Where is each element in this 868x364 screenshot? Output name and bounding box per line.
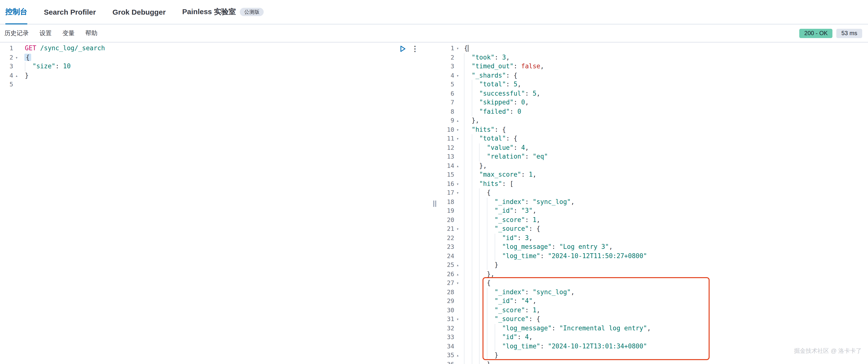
indent-guide [479,360,487,364]
indent-guide [487,324,494,333]
code-text: "_score": 1, [461,216,540,224]
indent-guide [464,342,471,351]
fold-spacer [454,324,461,333]
fold-spacer [454,107,461,116]
gutter: 7 [439,98,461,107]
fold-open-icon[interactable]: ▾ [454,279,461,288]
code-text: "id": 4, [461,333,533,342]
fold-close-icon[interactable]: ▴ [13,71,20,80]
tab-painless-lab[interactable]: Painless 实验室公测版 [182,0,264,24]
line-number: 31 [439,315,454,324]
indent-guide [479,206,487,216]
fold-open-icon[interactable]: ▾ [454,179,461,188]
fold-close-icon[interactable]: ▴ [454,351,461,360]
code-line: 2▾{ [0,53,431,62]
code-text: }, [461,360,494,364]
code-line: 11▾"total": { [439,134,868,143]
splitter-handle-icon [434,200,436,207]
line-number: 21 [439,224,454,233]
tab-console[interactable]: 控制台 [5,0,27,24]
indent-guide [464,270,471,279]
pane-splitter[interactable] [431,43,439,364]
code-line: 22"id": 3, [439,233,868,243]
fold-open-icon[interactable]: ▾ [454,188,461,197]
indent-guide [479,333,487,342]
fold-spacer [13,62,20,71]
toolbar-link-settings[interactable]: 设置 [39,29,52,37]
code-token: , [533,171,536,178]
code-token: : [525,198,532,205]
response-viewer-pane[interactable]: 1▾{2"took": 3,3"timed_out": false,4▾"_sh… [439,43,868,364]
fold-open-icon[interactable]: ▾ [454,315,461,324]
request-editor-lines[interactable]: 1GET /sync_log/_search2▾{3"size": 104▴}5 [0,43,431,89]
code-text: "_source": { [461,315,540,324]
indent-guide [471,243,479,252]
code-token: 3 [502,53,506,61]
code-token: { [464,45,468,52]
code-line: 13"relation": "eq" [439,152,868,161]
indent-guide [471,143,479,152]
code-line: 4▾"_shards": { [439,71,868,80]
fold-close-icon[interactable]: ▴ [454,270,461,279]
gutter: 26▴ [439,270,461,279]
code-token: "_score" [494,306,525,313]
tab-search-profiler[interactable]: Search Profiler [44,0,96,24]
gutter: 21▾ [439,224,461,233]
fold-spacer [454,80,461,89]
tab-grok-debugger[interactable]: Grok Debugger [112,0,165,24]
toolbar-link-variables[interactable]: 变量 [62,29,74,37]
indent-guide [464,306,471,315]
indent-guide [471,233,479,243]
toolbar-link-help[interactable]: 帮助 [85,29,97,37]
fold-spacer [454,206,461,216]
code-token: "hits" [471,125,494,133]
status-badge: 200 - OK [800,29,833,38]
indent-guide [487,288,494,297]
code-token: 10 [63,62,71,70]
code-token: }, [479,162,487,169]
indent-guide [487,333,494,342]
gutter: 1 [0,44,20,53]
fold-close-icon[interactable]: ▴ [454,161,461,170]
gutter: 19 [439,206,461,216]
code-text: "timed_out": false, [461,62,544,71]
code-line: 12"value": 4, [439,143,868,152]
toolbar-link-history[interactable]: 历史记录 [4,29,29,37]
gutter: 20 [439,216,461,224]
code-token: "max_score" [479,171,521,178]
line-number: 35 [439,351,454,360]
gutter: 2▾ [0,53,20,62]
gutter: 14▴ [439,161,461,170]
fold-open-icon[interactable]: ▾ [454,44,461,53]
fold-close-icon[interactable]: ▴ [454,260,461,270]
tab-label: Painless 实验室 [182,7,236,17]
gutter: 23 [439,243,461,252]
code-line: 18"_index": "sync_log", [439,197,868,206]
line-number: 1 [0,44,13,53]
request-options-kebab-icon[interactable]: ⋮ [411,46,418,52]
tab-label: Search Profiler [44,8,96,16]
code-line: 36}, [439,360,868,364]
gutter: 31▾ [439,315,461,324]
indent-guide [464,216,471,224]
fold-open-icon[interactable]: ▾ [454,125,461,134]
fold-open-icon[interactable]: ▾ [454,134,461,143]
code-text: }, [461,270,494,279]
indent-guide [487,306,494,315]
code-token: : [506,81,514,88]
request-editor-pane[interactable]: ⋮ 1GET /sync_log/_search2▾{3"size": 104▴… [0,43,431,364]
response-viewer-lines[interactable]: 1▾{2"took": 3,3"timed_out": false,4▾"_sh… [439,43,868,364]
fold-open-icon[interactable]: ▾ [454,224,461,233]
code-text: "successful": 5, [461,89,540,98]
send-request-button[interactable] [400,46,406,52]
code-token: : [494,53,502,61]
response-time-badge: 53 ms [837,29,862,38]
fold-close-icon[interactable]: ▴ [454,116,461,125]
code-text: "_source": { [461,224,540,233]
fold-open-icon[interactable]: ▾ [454,71,461,80]
fold-open-icon[interactable]: ▾ [13,53,20,62]
code-token: "total" [479,81,506,88]
indent-guide [471,224,479,233]
code-line: 29"_id": "4", [439,297,868,306]
gutter: 16▾ [439,179,461,188]
